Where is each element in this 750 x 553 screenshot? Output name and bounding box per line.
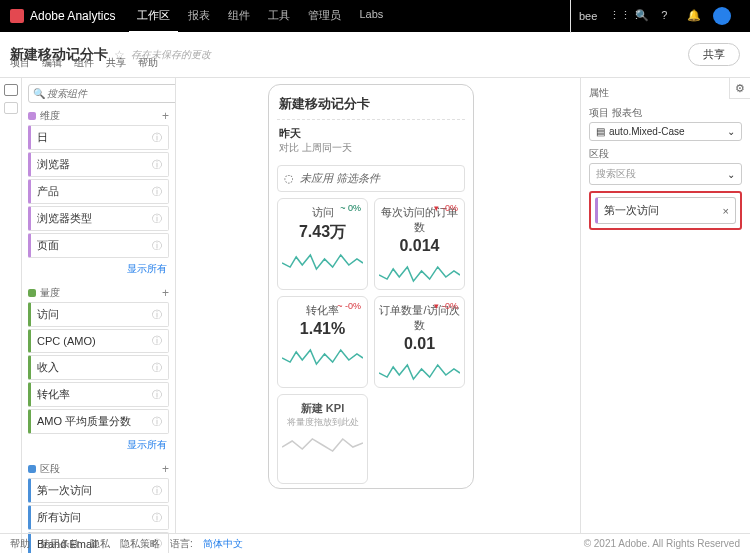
- kpi-card[interactable]: ~ -0%转化率1.41%: [277, 296, 368, 388]
- component-pill[interactable]: 日ⓘ: [28, 125, 169, 150]
- properties-header: 属性: [589, 86, 742, 100]
- component-pill[interactable]: 页面ⓘ: [28, 233, 169, 258]
- left-rail-tabs: [0, 78, 22, 553]
- menu-help[interactable]: 帮助: [138, 56, 158, 70]
- kpi-card-empty[interactable]: 新建 KPI将量度拖放到此处: [277, 394, 368, 484]
- nav-tools[interactable]: 工具: [260, 0, 298, 33]
- info-icon[interactable]: ⓘ: [152, 131, 162, 145]
- project-subbar: 新建移动记分卡 ☆ 存在未保存的更改 共享: [0, 32, 750, 78]
- footer-privacy-policy[interactable]: 隐私策略: [120, 537, 160, 551]
- show-all-link[interactable]: 显示所有: [28, 260, 169, 282]
- component-pill[interactable]: 浏览器ⓘ: [28, 152, 169, 177]
- remove-segment-icon[interactable]: ×: [723, 205, 729, 217]
- info-icon[interactable]: ⓘ: [152, 361, 162, 375]
- filter-hint: 未应用 筛选条件: [300, 171, 380, 186]
- brand-name: Adobe Analytics: [30, 9, 115, 23]
- menu-edit[interactable]: 编辑: [42, 56, 62, 70]
- panel-tab-icon[interactable]: [4, 84, 18, 96]
- footer-lang-label: 语言:: [170, 537, 193, 551]
- info-icon[interactable]: ⓘ: [152, 415, 162, 429]
- footer-terms[interactable]: 使用条款: [40, 537, 80, 551]
- report-suite-label: 项目 报表包: [589, 106, 742, 120]
- section-head-2[interactable]: 区段+: [28, 462, 169, 476]
- date-compare: 对比 上周同一天: [279, 141, 463, 155]
- applied-segment-highlight: 第一次访问 ×: [589, 191, 742, 230]
- component-pill[interactable]: 收入ⓘ: [28, 355, 169, 380]
- search-icon: 🔍: [33, 88, 45, 99]
- nav-workspace[interactable]: 工作区: [129, 0, 178, 33]
- help-icon[interactable]: ?: [661, 9, 675, 23]
- kpi-card[interactable]: ▾ -0%每次访问的订单数0.014: [374, 198, 465, 290]
- info-icon[interactable]: ⓘ: [152, 484, 162, 498]
- section-head-0[interactable]: 维度+: [28, 109, 169, 123]
- footer-copyright: © 2021 Adobe. All Rights Reserved: [584, 538, 740, 549]
- nav-labs[interactable]: Labs: [351, 0, 391, 33]
- global-topbar: Adobe Analytics 工作区 报表 组件 工具 管理员 Labs be…: [0, 0, 750, 32]
- menu-project[interactable]: 项目: [10, 56, 30, 70]
- chevron-down-icon: ⌄: [727, 126, 735, 137]
- menu-components[interactable]: 组件: [74, 56, 94, 70]
- search-icon[interactable]: 🔍: [635, 9, 649, 23]
- component-pill[interactable]: 所有访问ⓘ: [28, 505, 169, 530]
- component-pill[interactable]: 第一次访问ⓘ: [28, 478, 169, 503]
- menu-share[interactable]: 共享: [106, 56, 126, 70]
- user-name[interactable]: bee: [579, 10, 597, 22]
- add-icon[interactable]: +: [162, 462, 169, 476]
- scorecard-preview: 新建移动记分卡 昨天 对比 上周同一天 ◌ 未应用 筛选条件 ~ 0%访问7.4…: [268, 84, 474, 489]
- properties-rail: ⚙ 属性 项目 报表包 ▤auto.Mixed-Case ⌄ 区段 搜索区段 ⌄…: [580, 78, 750, 533]
- scorecard-title[interactable]: 新建移动记分卡: [277, 93, 465, 120]
- info-icon[interactable]: ⓘ: [152, 511, 162, 525]
- component-pill[interactable]: 访问ⓘ: [28, 302, 169, 327]
- info-icon[interactable]: ⓘ: [152, 158, 162, 172]
- filter-bar[interactable]: ◌ 未应用 筛选条件: [277, 165, 465, 192]
- report-suite-select[interactable]: ▤auto.Mixed-Case ⌄: [589, 122, 742, 141]
- left-rail: 🔍 ▼ 维度+日ⓘ浏览器ⓘ产品ⓘ浏览器类型ⓘ页面ⓘ显示所有量度+访问ⓘCPC (…: [0, 78, 176, 533]
- viz-tab-icon[interactable]: [4, 102, 18, 114]
- adobe-logo-icon: [10, 9, 24, 23]
- nav-reports[interactable]: 报表: [180, 0, 218, 33]
- footer: 帮助 使用条款 隐私 隐私策略 语言: 简体中文 © 2021 Adobe. A…: [0, 533, 750, 553]
- project-menu: 项目 编辑 组件 共享 帮助: [10, 56, 158, 70]
- share-button[interactable]: 共享: [688, 43, 740, 66]
- info-icon[interactable]: ⓘ: [152, 212, 162, 226]
- chevron-down-icon: ⌄: [727, 169, 735, 180]
- section-head-1[interactable]: 量度+: [28, 286, 169, 300]
- avatar[interactable]: [713, 7, 731, 25]
- footer-help[interactable]: 帮助: [10, 537, 30, 551]
- component-pill[interactable]: 产品ⓘ: [28, 179, 169, 204]
- footer-language[interactable]: 简体中文: [203, 537, 243, 551]
- info-icon[interactable]: ⓘ: [152, 185, 162, 199]
- kpi-card[interactable]: ~ 0%访问7.43万: [277, 198, 368, 290]
- add-icon[interactable]: +: [162, 109, 169, 123]
- add-icon[interactable]: +: [162, 286, 169, 300]
- segment-icon: ◌: [284, 172, 294, 185]
- apps-icon[interactable]: ⋮⋮⋮: [609, 9, 623, 23]
- info-icon[interactable]: ⓘ: [152, 308, 162, 322]
- component-pill[interactable]: 浏览器类型ⓘ: [28, 206, 169, 231]
- settings-gear-icon[interactable]: ⚙: [729, 77, 750, 99]
- segment-search-select[interactable]: 搜索区段 ⌄: [589, 163, 742, 185]
- component-search-input[interactable]: [28, 84, 175, 103]
- nav-components[interactable]: 组件: [220, 0, 258, 33]
- component-pill[interactable]: AMO 平均质量分数ⓘ: [28, 409, 169, 434]
- info-icon[interactable]: ⓘ: [152, 334, 162, 348]
- notifications-icon[interactable]: 🔔: [687, 9, 701, 23]
- footer-privacy[interactable]: 隐私: [90, 537, 110, 551]
- info-icon[interactable]: ⓘ: [152, 239, 162, 253]
- component-pill[interactable]: 转化率ⓘ: [28, 382, 169, 407]
- show-all-link[interactable]: 显示所有: [28, 436, 169, 458]
- top-nav: 工作区 报表 组件 工具 管理员 Labs: [129, 0, 391, 33]
- canvas: 新建移动记分卡 昨天 对比 上周同一天 ◌ 未应用 筛选条件 ~ 0%访问7.4…: [176, 78, 580, 533]
- nav-admin[interactable]: 管理员: [300, 0, 349, 33]
- component-pill[interactable]: CPC (AMO)ⓘ: [28, 329, 169, 353]
- segment-label: 区段: [589, 147, 742, 161]
- applied-segment-pill[interactable]: 第一次访问 ×: [595, 197, 736, 224]
- info-icon[interactable]: ⓘ: [152, 388, 162, 402]
- date-primary[interactable]: 昨天: [279, 126, 463, 141]
- rs-cylinder-icon: ▤: [596, 126, 605, 137]
- kpi-card[interactable]: ▾ -0%订单数量/访问次数0.01: [374, 296, 465, 388]
